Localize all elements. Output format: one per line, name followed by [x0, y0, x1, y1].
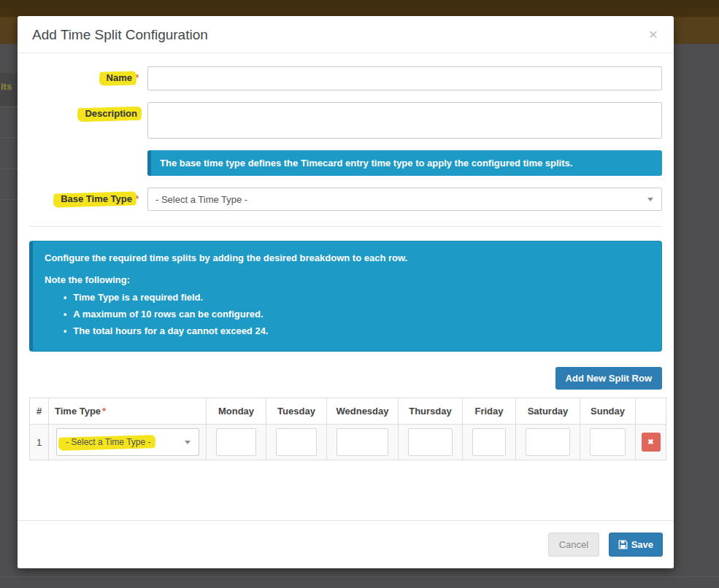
- name-label: Name*: [29, 66, 139, 90]
- modal-body: Name* Description The base time type def…: [18, 53, 674, 460]
- base-banner-row: The base time type defines the Timecard …: [29, 150, 662, 176]
- configure-splits-info-box: Configure the required time splits by ad…: [29, 241, 662, 352]
- description-label: Description: [29, 102, 139, 139]
- column-header-actions: [636, 398, 666, 425]
- delete-icon: ✖: [647, 438, 653, 446]
- table-header-row: # Time Type* Monday Tuesday Wednesday Th…: [30, 398, 666, 425]
- column-header-friday: Friday: [463, 398, 516, 425]
- sunday-cell: [580, 425, 636, 460]
- background-table-line: [0, 107, 18, 107]
- add-new-split-row-button[interactable]: Add New Split Row: [555, 367, 662, 390]
- table-row: 1 - Select a Time Type -: [30, 425, 666, 460]
- column-header-wednesday: Wednesday: [327, 398, 399, 425]
- base-time-type-selected-value: - Select a Time Type -: [155, 194, 247, 205]
- column-header-tuesday: Tuesday: [266, 398, 327, 425]
- saturday-cell: [516, 425, 580, 460]
- info-box-bullet: A maximum of 10 rows can be configured.: [64, 309, 650, 320]
- monday-cell: [207, 425, 266, 460]
- row-time-type-selected-value: - Select a Time Type -: [64, 437, 153, 447]
- time-type-cell: - Select a Time Type -: [49, 425, 207, 460]
- column-header-thursday: Thursday: [399, 398, 463, 425]
- base-time-type-select[interactable]: - Select a Time Type -: [147, 187, 662, 211]
- name-input[interactable]: [147, 66, 662, 90]
- tuesday-cell: [266, 425, 327, 460]
- wednesday-input[interactable]: [337, 428, 388, 456]
- column-header-time-type: Time Type*: [49, 398, 207, 425]
- friday-cell: [463, 425, 516, 460]
- info-box-note-heading: Note the following:: [45, 274, 650, 285]
- modal-footer: Cancel Save: [18, 520, 674, 568]
- delete-row-button[interactable]: ✖: [642, 433, 661, 452]
- page-title: Add Time Split Configuration: [32, 27, 208, 43]
- background-table-line: [0, 576, 719, 577]
- base-time-type-form-row: Base Time Type* - Select a Time Type -: [29, 187, 662, 211]
- thursday-cell: [399, 425, 463, 460]
- thursday-input[interactable]: [408, 428, 453, 456]
- info-box-bullet: Time Type is a required field.: [64, 292, 650, 303]
- close-icon[interactable]: ×: [647, 27, 659, 42]
- description-label-highlight: Description: [83, 108, 139, 119]
- info-box-bullet-list: Time Type is a required field. A maximum…: [45, 292, 650, 336]
- column-header-monday: Monday: [207, 398, 266, 425]
- wednesday-cell: [327, 425, 399, 460]
- description-form-row: Description: [29, 102, 662, 139]
- row-number-cell: 1: [30, 425, 49, 460]
- monday-input[interactable]: [216, 428, 256, 456]
- description-textarea[interactable]: [147, 102, 662, 139]
- tuesday-input[interactable]: [276, 428, 317, 456]
- save-button[interactable]: Save: [609, 533, 663, 557]
- column-header-sunday: Sunday: [580, 398, 636, 425]
- save-button-label: Save: [631, 539, 653, 550]
- actions-cell: ✖: [636, 425, 666, 460]
- background-table-line: [0, 137, 18, 138]
- base-time-type-info-banner: The base time type defines the Timecard …: [147, 150, 662, 176]
- chevron-down-icon: [647, 198, 653, 201]
- save-icon: [618, 540, 628, 549]
- chevron-down-icon: [185, 441, 191, 444]
- background-table-line: [0, 199, 18, 200]
- sunday-input[interactable]: [590, 428, 626, 456]
- add-time-split-configuration-modal: × Add Time Split Configuration Name* Des…: [18, 16, 674, 568]
- column-header-num: #: [30, 398, 49, 425]
- info-box-intro: Configure the required time splits by ad…: [45, 252, 650, 263]
- background-table-line: [0, 169, 18, 169]
- time-splits-table: # Time Type* Monday Tuesday Wednesday Th…: [29, 398, 666, 460]
- friday-input[interactable]: [472, 428, 506, 456]
- column-header-saturday: Saturday: [516, 398, 580, 425]
- section-divider: [29, 226, 662, 227]
- name-form-row: Name*: [29, 66, 662, 90]
- name-label-highlight: Name: [105, 72, 134, 83]
- cancel-button[interactable]: Cancel: [548, 533, 599, 557]
- row-time-type-select[interactable]: - Select a Time Type -: [56, 428, 199, 456]
- modal-header: × Add Time Split Configuration: [18, 16, 674, 53]
- saturday-input[interactable]: [526, 428, 570, 456]
- base-time-type-label: Base Time Type*: [29, 187, 139, 211]
- label-spacer: [29, 150, 139, 176]
- required-marker: *: [102, 406, 106, 417]
- add-row-button-wrap: Add New Split Row: [29, 367, 662, 390]
- time-type-header-label: Time Type: [55, 406, 101, 417]
- base-time-type-label-highlight: Base Time Type: [59, 193, 134, 204]
- info-box-bullet: The total hours for a day cannot exceed …: [64, 325, 650, 336]
- background-breadcrumb-fragment: its: [1, 81, 12, 92]
